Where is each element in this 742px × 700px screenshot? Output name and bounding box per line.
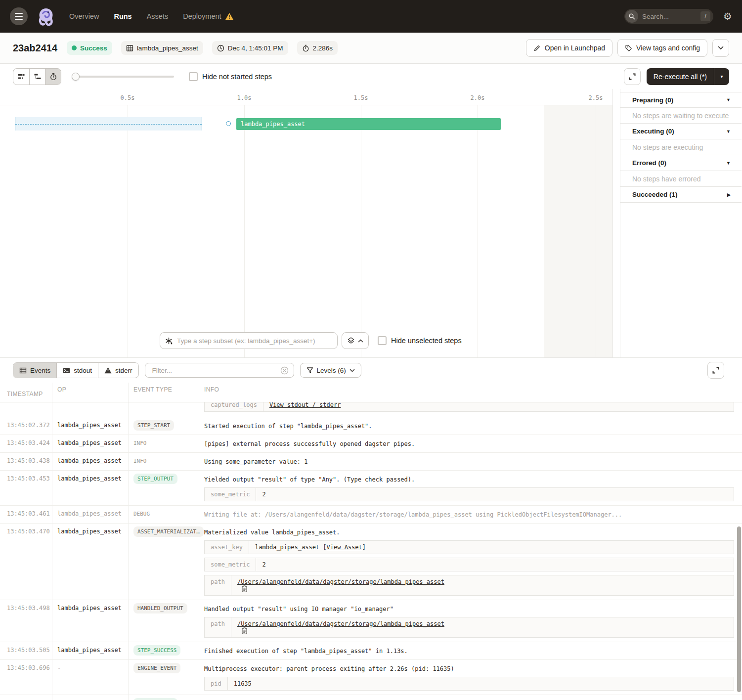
metadata-link[interactable]: View stdout / stderr xyxy=(269,402,341,408)
pencil-icon xyxy=(533,44,541,52)
tab-stdout[interactable]: stdout xyxy=(56,363,98,378)
log-info: Handled output "result" using IO manager… xyxy=(198,600,742,642)
log-row[interactable]: 13:45:02.372lambda_pipes_assetSTEP_START… xyxy=(0,417,742,435)
log-filter-field[interactable] xyxy=(145,363,294,378)
view-flat-icon[interactable] xyxy=(13,69,29,85)
section-succeeded[interactable]: Succeeded (1)▶ xyxy=(620,187,742,203)
gantt-step-bar[interactable]: lambda_pipes_asset xyxy=(236,118,501,130)
log-row[interactable]: 13:45:03.453lambda_pipes_assetSTEP_OUTPU… xyxy=(0,471,742,506)
logs-fullscreen-button[interactable] xyxy=(707,362,724,379)
run-actions-dropdown-button[interactable] xyxy=(712,39,729,57)
nav-deployment[interactable]: Deployment xyxy=(183,12,233,20)
copy-icon[interactable] xyxy=(241,585,248,592)
open-in-launchpad-button[interactable]: Open in Launchpad xyxy=(526,39,612,57)
log-op: lambda_pipes_asset xyxy=(52,642,128,659)
view-tags-config-button[interactable]: View tags and config xyxy=(617,39,707,57)
clear-filter-icon[interactable] xyxy=(280,366,289,375)
log-event-type: INFO xyxy=(128,453,198,470)
metadata-key: path xyxy=(205,617,231,637)
event-type-tag: HANDLED_OUTPUT xyxy=(133,603,187,613)
log-row[interactable]: 13:45:03.498lambda_pipes_assetHANDLED_OU… xyxy=(0,600,742,642)
log-row[interactable]: 13:45:03.505lambda_pipes_assetSTEP_SUCCE… xyxy=(0,642,742,660)
view-timing-icon[interactable] xyxy=(45,69,61,85)
tab-stderr[interactable]: stderr xyxy=(98,363,138,378)
nav-runs[interactable]: Runs xyxy=(114,12,131,20)
log-view-tabs: Events stdout stderr xyxy=(13,362,139,378)
event-type-tag: ENGINE_EVENT xyxy=(133,663,180,673)
section-executing[interactable]: Executing (0)▼ xyxy=(620,124,742,139)
view-waterfall-icon[interactable] xyxy=(29,69,45,85)
copy-icon[interactable] xyxy=(241,627,248,634)
section-errored[interactable]: Errored (0)▼ xyxy=(620,155,742,171)
event-type-tag: DEBUG xyxy=(133,509,150,519)
chevron-down-icon xyxy=(349,369,355,372)
top-nav: Overview Runs Assets Deployment / ⚙ xyxy=(0,0,742,33)
nav-assets[interactable]: Assets xyxy=(147,12,169,20)
tab-events[interactable]: Events xyxy=(13,363,56,378)
gantt-fullscreen-button[interactable] xyxy=(624,68,641,85)
status-dot-icon xyxy=(72,45,77,50)
log-message: Multiprocess executor: parent process ex… xyxy=(204,664,734,673)
hide-not-started-checkbox[interactable] xyxy=(189,72,198,81)
log-message: Finished execution of step "lambda_pipes… xyxy=(204,646,734,656)
main-nav: Overview Runs Assets Deployment xyxy=(69,12,234,20)
log-row[interactable]: 13:45:03.701-RUN_SUCCESSFinished executi… xyxy=(0,695,742,700)
hide-unselected-checkbox[interactable] xyxy=(378,336,387,345)
gantt-time-axis: 0.5s 1.0s 1.5s 2.0s 2.5s xyxy=(0,89,612,105)
metadata-value: /Users/alangenfeld/data/dagster/storage/… xyxy=(231,575,734,595)
zoom-slider-handle[interactable] xyxy=(72,73,80,81)
log-row[interactable]: 13:45:03.424lambda_pipes_assetINFO[pipes… xyxy=(0,435,742,453)
settings-gear-icon[interactable]: ⚙ xyxy=(723,11,732,21)
event-type-tag: ASSET_MATERIALIZAT… xyxy=(133,526,204,537)
gantt-panel: 0.5s 1.0s 1.5s 2.0s 2.5s lambda_pipes_as… xyxy=(0,89,742,357)
log-op: lambda_pipes_asset xyxy=(52,453,128,470)
metadata-link[interactable]: /Users/alangenfeld/data/dagster/storage/… xyxy=(237,578,444,585)
log-op: lambda_pipes_asset xyxy=(52,471,128,505)
event-type-tag: INFO xyxy=(133,456,147,466)
log-info: Using some_parameter value: 1 xyxy=(198,453,742,470)
hamburger-menu-button[interactable] xyxy=(10,7,28,25)
log-message: Started execution of step "lambda_pipes_… xyxy=(204,421,734,431)
log-filter-input[interactable] xyxy=(151,366,280,375)
step-subset-input[interactable] xyxy=(176,337,332,345)
section-preparing-empty: No steps are waiting to execute xyxy=(620,108,742,124)
metadata-key: some_metric xyxy=(205,558,256,571)
hide-unselected-checkbox-row[interactable]: Hide unselected steps xyxy=(376,335,464,346)
log-row[interactable]: 13:45:03.696-ENGINE_EVENTMultiprocess ex… xyxy=(0,660,742,695)
metadata-link[interactable]: View Asset xyxy=(327,544,362,551)
log-info: [pipes] external process successfully op… xyxy=(198,435,742,452)
log-row[interactable]: 13:45:03.438lambda_pipes_assetINFOUsing … xyxy=(0,453,742,471)
zoom-slider[interactable] xyxy=(72,73,174,81)
global-search[interactable]: / xyxy=(624,9,713,24)
logs-scrollbar-thumb[interactable] xyxy=(737,526,741,692)
step-subset-field[interactable] xyxy=(160,332,338,349)
log-row[interactable]: captured_logsView stdout / stderr xyxy=(0,402,742,417)
dagster-logo-icon[interactable] xyxy=(36,6,56,27)
log-info: Multiprocess executor: parent process ex… xyxy=(198,660,742,695)
section-preparing[interactable]: Preparing (0)▼ xyxy=(620,92,742,108)
levels-filter-button[interactable]: Levels (6) xyxy=(300,363,361,378)
log-op: lambda_pipes_asset xyxy=(52,524,128,600)
metadata-link[interactable]: /Users/alangenfeld/data/dagster/storage/… xyxy=(237,620,444,627)
event-type-tag: RUN_SUCCESS xyxy=(133,698,177,700)
log-event-type xyxy=(128,402,198,417)
log-op: lambda_pipes_asset xyxy=(52,435,128,452)
search-shortcut-key: / xyxy=(700,11,710,21)
reexecute-all-button[interactable]: Re-execute all (*) xyxy=(647,68,714,85)
log-row[interactable]: 13:45:03.470lambda_pipes_assetASSET_MATE… xyxy=(0,524,742,600)
logs-toolbar: Events stdout stderr xyxy=(0,358,742,383)
hide-not-started-checkbox-row[interactable]: Hide not started steps xyxy=(189,72,272,81)
expand-icon xyxy=(712,366,720,374)
metadata-key: some_metric xyxy=(205,488,256,501)
graph-query-toggle-button[interactable] xyxy=(342,332,369,349)
reexecute-dropdown-caret[interactable]: ▾ xyxy=(714,68,729,85)
nav-overview[interactable]: Overview xyxy=(69,12,99,20)
search-input[interactable] xyxy=(638,13,700,20)
warning-icon xyxy=(225,12,234,20)
job-name-tag[interactable]: lambda_pipes_asset xyxy=(121,41,203,55)
chevron-down-icon xyxy=(718,46,724,50)
log-event-type: RUN_SUCCESS xyxy=(128,695,198,700)
log-row[interactable]: 13:45:03.461lambda_pipes_assetDEBUGWriti… xyxy=(0,506,742,524)
search-icon xyxy=(625,10,638,23)
log-info: Finished execution of run for "__ASSET_J… xyxy=(198,695,742,700)
